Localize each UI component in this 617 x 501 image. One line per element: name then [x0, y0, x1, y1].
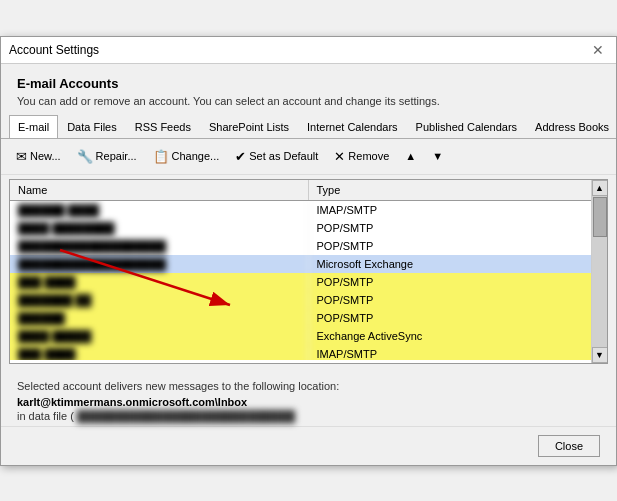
cell-type: POP/SMTP: [309, 309, 608, 327]
cell-type: IMAP/SMTP: [309, 201, 608, 219]
footer-section: Selected account delivers new messages t…: [1, 372, 616, 426]
table-body[interactable]: ██████ ████IMAP/SMTP████ ████████POP/SMT…: [10, 201, 607, 360]
header-description: You can add or remove an account. You ca…: [17, 95, 600, 107]
footer-description: Selected account delivers new messages t…: [17, 380, 600, 392]
cell-name: ██████ ████: [10, 201, 309, 219]
cell-name: ███ ████: [10, 345, 309, 360]
checkmark-icon: ✔: [235, 149, 246, 164]
new-button[interactable]: ✉ New...: [9, 145, 68, 168]
cell-type: POP/SMTP: [309, 237, 608, 255]
title-bar: Account Settings ✕: [1, 37, 616, 64]
table-row[interactable]: ███████████████████Microsoft Exchange: [10, 255, 607, 273]
table-header: Name Type: [10, 180, 607, 201]
header-title: E-mail Accounts: [17, 76, 600, 91]
new-icon: ✉: [16, 149, 27, 164]
move-down-button[interactable]: ▼: [425, 146, 450, 166]
accounts-table: Name Type ██████ ████IMAP/SMTP████ █████…: [9, 179, 608, 364]
change-icon: 📋: [153, 149, 169, 164]
cell-type: Exchange ActiveSync: [309, 327, 608, 345]
new-label: New...: [30, 150, 61, 162]
change-button[interactable]: 📋 Change...: [146, 145, 227, 168]
move-up-button[interactable]: ▲: [398, 146, 423, 166]
cell-name: ██████: [10, 309, 309, 327]
cell-type: POP/SMTP: [309, 291, 608, 309]
table-row[interactable]: ███ ████POP/SMTP: [10, 273, 607, 291]
cell-name: ███████████████████: [10, 255, 309, 273]
datafile-path: ████████████████████████████: [77, 410, 295, 422]
cell-type: Microsoft Exchange: [309, 255, 608, 273]
scroll-up-button[interactable]: ▲: [592, 180, 608, 196]
repair-label: Repair...: [96, 150, 137, 162]
col-name-header: Name: [10, 180, 309, 200]
table-row[interactable]: ███████ ██POP/SMTP: [10, 291, 607, 309]
cell-name: ████ █████: [10, 327, 309, 345]
cell-name: ███ ████: [10, 273, 309, 291]
footer-datafile: in data file ( █████████████████████████…: [17, 410, 600, 422]
footer-email: karlt@ktimmermans.onmicrosoft.com\Inbox: [17, 396, 600, 408]
scrollbar-thumb[interactable]: [593, 197, 607, 237]
table-row[interactable]: ████ █████Exchange ActiveSync: [10, 327, 607, 345]
close-button[interactable]: Close: [538, 435, 600, 457]
header-section: E-mail Accounts You can add or remove an…: [1, 64, 616, 115]
set-default-button[interactable]: ✔ Set as Default: [228, 145, 325, 168]
tab-rss-feeds[interactable]: RSS Feeds: [126, 115, 200, 139]
tab-data-files[interactable]: Data Files: [58, 115, 126, 139]
cell-type: POP/SMTP: [309, 273, 608, 291]
repair-button[interactable]: 🔧 Repair...: [70, 145, 144, 168]
tab-internet-calendars[interactable]: Internet Calendars: [298, 115, 407, 139]
remove-icon: ✕: [334, 149, 345, 164]
down-arrow-icon: ▼: [432, 150, 443, 162]
scroll-down-button[interactable]: ▼: [592, 347, 608, 363]
repair-icon: 🔧: [77, 149, 93, 164]
up-arrow-icon: ▲: [405, 150, 416, 162]
cell-name: ███████ ██: [10, 291, 309, 309]
dialog-title: Account Settings: [9, 43, 99, 57]
table-row[interactable]: ███ ████IMAP/SMTP: [10, 345, 607, 360]
datafile-prefix: in data file (: [17, 410, 74, 422]
table-row[interactable]: ██████POP/SMTP: [10, 309, 607, 327]
table-row[interactable]: ██████ ████IMAP/SMTP: [10, 201, 607, 219]
table-row[interactable]: ███████████████████POP/SMTP: [10, 237, 607, 255]
tab-address-books[interactable]: Address Books: [526, 115, 616, 139]
set-default-label: Set as Default: [249, 150, 318, 162]
scrollbar[interactable]: ▲ ▼: [591, 180, 607, 363]
tabs-row: E-mail Data Files RSS Feeds SharePoint L…: [1, 115, 616, 139]
change-label: Change...: [172, 150, 220, 162]
tab-email[interactable]: E-mail: [9, 115, 58, 139]
scrollbar-track[interactable]: [592, 196, 608, 347]
cell-name: ███████████████████: [10, 237, 309, 255]
remove-button[interactable]: ✕ Remove: [327, 145, 396, 168]
tab-published-calendars[interactable]: Published Calendars: [407, 115, 527, 139]
col-type-header: Type: [309, 180, 608, 200]
cell-type: IMAP/SMTP: [309, 345, 608, 360]
cell-name: ████ ████████: [10, 219, 309, 237]
remove-label: Remove: [348, 150, 389, 162]
close-title-button[interactable]: ✕: [588, 43, 608, 57]
toolbar: ✉ New... 🔧 Repair... 📋 Change... ✔ Set a…: [1, 139, 616, 175]
content-area: Name Type ██████ ████IMAP/SMTP████ █████…: [1, 179, 616, 372]
tab-sharepoint-lists[interactable]: SharePoint Lists: [200, 115, 298, 139]
cell-type: POP/SMTP: [309, 219, 608, 237]
account-settings-dialog: Account Settings ✕ E-mail Accounts You c…: [0, 36, 617, 466]
table-row[interactable]: ████ ████████POP/SMTP: [10, 219, 607, 237]
bottom-bar: Close: [1, 426, 616, 465]
